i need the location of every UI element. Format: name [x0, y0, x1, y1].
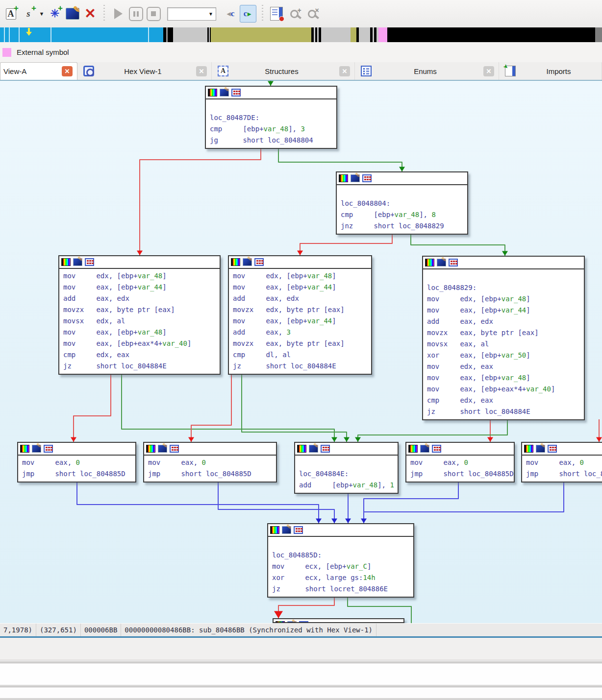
- tab-hex-view-1[interactable]: Hex View-1✕: [77, 62, 212, 80]
- add-function-icon[interactable]: A+: [3, 5, 19, 22]
- asm-line: xor ecx, large gs:14h: [272, 572, 409, 583]
- node-header: [423, 257, 584, 269]
- asm-line: jmp short loc_804885D: [526, 468, 602, 480]
- node-header: [337, 172, 467, 185]
- group-node-icon[interactable]: [548, 445, 557, 453]
- graph-node-loc_8048829[interactable]: loc_8048829:mov edx, [ebp+var_48]mov eax…: [422, 256, 585, 420]
- edge-arrowhead: [268, 81, 274, 86]
- group-node-icon[interactable]: [362, 174, 372, 182]
- graph-node-block_middle[interactable]: mov edx, [ebp+var_48]mov eax, [ebp+var_4…: [228, 255, 372, 375]
- node-header: [18, 443, 135, 456]
- color-palette-icon[interactable]: [231, 258, 240, 266]
- color-palette-icon[interactable]: [524, 445, 533, 453]
- group-node-icon[interactable]: [432, 445, 441, 453]
- edit-node-icon[interactable]: [351, 174, 360, 182]
- delete-watch-icon[interactable]: ×: [304, 5, 320, 22]
- edit-node-icon[interactable]: [243, 258, 252, 266]
- asm-line: mov ecx, [ebp+var_C]: [272, 561, 409, 572]
- graph-node-loc_80487DE[interactable]: loc_80487DE:cmp [ebp+var_48], 3jg short …: [205, 86, 337, 149]
- navigator-segment: [378, 27, 387, 42]
- asm-line: [299, 457, 394, 468]
- color-palette-icon[interactable]: [146, 445, 155, 453]
- breakpoint-list-icon[interactable]: [269, 5, 284, 22]
- status-cell: 000006BB: [81, 624, 121, 636]
- asm-line: jmp short loc_804885D: [410, 468, 510, 480]
- color-palette-icon[interactable]: [339, 174, 348, 182]
- delete-icon[interactable]: ✕: [82, 5, 98, 22]
- asm-line: mov eax, [ebp+var_44]: [233, 315, 367, 327]
- graph-view[interactable]: loc_80487DE:cmp [ebp+var_48], 3jg short …: [0, 81, 602, 623]
- asm-line: jg short loc_8048804: [210, 135, 332, 146]
- enums-icon: [361, 66, 372, 76]
- asm-line: mov edx, eax: [427, 361, 580, 372]
- tab-view-a[interactable]: View-A✕: [0, 62, 77, 80]
- graph-edge-green: [122, 372, 334, 442]
- asm-line: jnz short loc_8048829: [341, 220, 463, 232]
- docked-panel-empty-2: [0, 687, 602, 698]
- node-disassembly: loc_80487DE:cmp [ebp+var_48], 3jg short …: [206, 99, 336, 148]
- asm-line: cmp [ebp+var_48], 8: [341, 209, 463, 220]
- asm-line: add eax, edx: [63, 293, 216, 304]
- close-icon[interactable]: ✕: [62, 66, 73, 76]
- add-breakpoint-star-icon[interactable]: ✳+: [47, 5, 63, 22]
- graph-node-block_left[interactable]: mov edx, [ebp+var_48]mov eax, [ebp+var_4…: [58, 255, 221, 375]
- graph-node-loc_804884E[interactable]: loc_804884E:add [ebp+var_48], 1: [294, 442, 399, 494]
- run-icon[interactable]: [110, 5, 126, 22]
- edit-node-icon[interactable]: [536, 445, 545, 453]
- thread-combobox[interactable]: ▼: [167, 7, 216, 21]
- color-palette-icon[interactable]: [297, 445, 306, 453]
- close-icon[interactable]: ✕: [196, 66, 207, 76]
- close-icon[interactable]: ✕: [339, 66, 350, 76]
- edit-node-icon[interactable]: [32, 445, 41, 453]
- trace-forward-icon[interactable]: c►: [240, 5, 256, 23]
- group-node-icon[interactable]: [170, 445, 179, 453]
- navigator-band[interactable]: [0, 27, 602, 42]
- graph-node-ret0_c[interactable]: mov eax, 0jmp short loc_804885D: [405, 442, 515, 483]
- group-node-icon[interactable]: [85, 258, 94, 266]
- graph-node-ret0_d[interactable]: mov eax, 0jmp short loc_804885D: [521, 442, 602, 483]
- color-palette-icon[interactable]: [425, 259, 434, 266]
- color-palette-icon[interactable]: [408, 445, 418, 453]
- add-watch-icon[interactable]: +: [286, 5, 302, 22]
- dropdown-caret-icon[interactable]: ▼: [38, 5, 45, 22]
- edit-node-icon[interactable]: [437, 259, 446, 266]
- pause-icon[interactable]: [128, 5, 144, 22]
- color-palette-icon[interactable]: [270, 526, 279, 534]
- edit-node-icon[interactable]: [158, 445, 167, 453]
- node-header: [406, 443, 514, 456]
- trace-back-icon[interactable]: ◄c: [222, 5, 238, 22]
- add-struct-icon[interactable]: s+: [21, 5, 36, 22]
- edit-node-icon[interactable]: [420, 445, 429, 453]
- graph-node-ret0_a[interactable]: mov eax, 0jmp short loc_804885D: [17, 442, 136, 483]
- edit-node-icon[interactable]: [220, 89, 229, 97]
- window-footer: [0, 698, 602, 700]
- color-palette-icon[interactable]: [20, 445, 29, 453]
- group-node-icon[interactable]: [449, 259, 458, 266]
- ida-pro-window: { "toolbar": { "icons": ["add-function-i…: [0, 0, 602, 700]
- edit-node-icon[interactable]: [309, 445, 318, 453]
- graph-edge-green: [411, 232, 505, 256]
- graph-node-loc_804885D[interactable]: loc_804885D:mov ecx, [ebp+var_C]xor ecx,…: [267, 523, 414, 598]
- node-disassembly: mov edx, [ebp+var_48]mov eax, [ebp+var_4…: [59, 269, 220, 374]
- edit-node-icon[interactable]: [282, 526, 291, 534]
- group-node-icon[interactable]: [231, 89, 241, 97]
- group-node-icon[interactable]: [254, 258, 264, 266]
- edit-node-icon[interactable]: [73, 258, 82, 266]
- graph-node-loc_8048804[interactable]: loc_8048804:cmp [ebp+var_48], 8jnz short…: [336, 171, 468, 235]
- stop-icon[interactable]: [146, 5, 161, 22]
- graph-node-ret0_b[interactable]: mov eax, 0jmp short loc_804885D: [143, 442, 277, 483]
- tab-imports[interactable]: Imports: [499, 62, 602, 80]
- color-palette-icon[interactable]: [61, 258, 71, 266]
- asm-line: movzx eax, byte ptr [eax]: [63, 304, 216, 315]
- group-node-icon[interactable]: [321, 445, 330, 453]
- group-node-icon[interactable]: [44, 445, 53, 453]
- graph-node-bottom_partial[interactable]: [273, 618, 404, 623]
- tab-structures[interactable]: AStructures✕: [212, 62, 355, 80]
- color-palette-icon[interactable]: [208, 89, 217, 97]
- group-node-icon[interactable]: [294, 526, 303, 534]
- tab-enums[interactable]: Enums✕: [355, 62, 499, 80]
- close-icon[interactable]: ✕: [483, 66, 494, 76]
- edit-icon[interactable]: [65, 5, 80, 22]
- edge-arrowhead: [355, 437, 361, 442]
- navigator-segment: [387, 27, 595, 42]
